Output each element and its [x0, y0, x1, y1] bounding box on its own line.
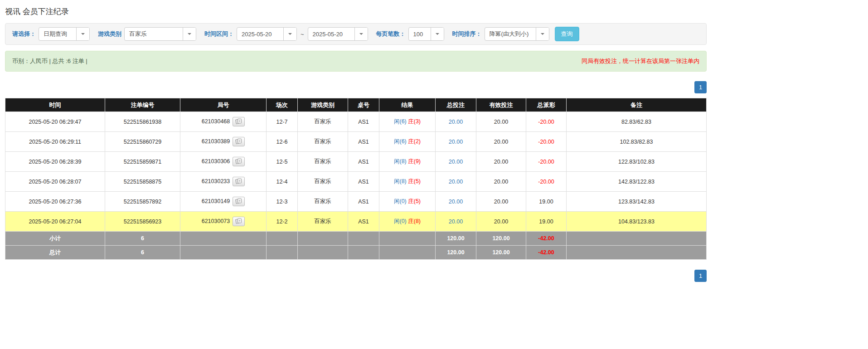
cell-bet-id: 522515859871 [105, 152, 180, 172]
view-round-button[interactable] [233, 117, 245, 126]
footer-label: 小计 [5, 232, 105, 246]
sort-label: 时间排序： [452, 30, 482, 38]
table-header-row: 时间注单编号局号场次游戏类别桌号结果总投注有效投注总派彩备注 [5, 98, 707, 112]
table-row: 2025-05-20 06:27:04522515856923621030073… [5, 212, 707, 232]
footer-count: 6 [105, 246, 180, 260]
cell-session: 12-2 [267, 212, 298, 232]
table-row: 2025-05-20 06:29:47522515861938621030468… [5, 112, 707, 132]
date-from-combobox[interactable]: 2025-05-20 [237, 27, 297, 41]
cell-time: 2025-05-20 06:28:39 [5, 152, 105, 172]
summary-bar: 币别：人民币 | 总共 :6 注单 | 同局有效投注，统一计算在该局第一张注单内 [5, 51, 707, 72]
round-id-text: 621030468 [202, 118, 230, 125]
cell-table-no: AS1 [348, 172, 379, 192]
column-header: 有效投注 [476, 98, 526, 112]
result-banker: 庄(3) [408, 118, 421, 125]
footer-payout: -42.00 [526, 232, 567, 246]
round-id-text: 621030306 [202, 158, 230, 165]
cell-session: 12-7 [267, 112, 298, 132]
footer-remark-empty [567, 232, 707, 246]
column-header: 备注 [567, 98, 707, 112]
view-round-button[interactable] [233, 177, 245, 186]
cell-bet-id: 522515861938 [105, 112, 180, 132]
view-round-button[interactable] [233, 197, 245, 206]
footer-empty-cell [348, 246, 379, 260]
view-round-button[interactable] [233, 137, 245, 146]
date-to-combobox[interactable]: 2025-05-20 [308, 27, 368, 41]
table-row: 2025-05-20 06:28:07522515858875621030233… [5, 172, 707, 192]
search-button[interactable]: 查询 [555, 27, 579, 41]
cell-valid-bet: 20.00 [476, 132, 526, 152]
summary-currency-count-text: 币别：人民币 | 总共 :6 注单 | [12, 57, 87, 65]
round-id-text: 621030149 [202, 198, 230, 204]
column-header: 注单编号 [105, 98, 180, 112]
cell-remark: 102.83/82.83 [567, 132, 707, 152]
page-size-combobox[interactable]: 100 [408, 27, 444, 41]
pagination-top: 1 [5, 81, 707, 93]
footer-empty-cell [180, 232, 267, 246]
total-bet-link[interactable]: 20.00 [449, 218, 463, 225]
total-row: 总计6120.00120.00-42.00 [5, 246, 707, 260]
game-type-dropdown-button[interactable] [183, 28, 196, 40]
cell-remark: 142.83/122.83 [567, 172, 707, 192]
footer-remark-empty [567, 246, 707, 260]
column-header: 结果 [379, 98, 436, 112]
total-bet-link[interactable]: 20.00 [449, 159, 463, 165]
page-1-button[interactable]: 1 [694, 81, 707, 93]
date-from-dropdown-button[interactable] [283, 28, 296, 40]
page-size-dropdown-button[interactable] [431, 28, 444, 40]
footer-empty-cell [267, 232, 298, 246]
round-id-text: 621030233 [202, 178, 230, 184]
table-row: 2025-05-20 06:28:39522515859871621030306… [5, 152, 707, 172]
cell-result: 闲(8) 庄(5) [379, 172, 436, 192]
cell-valid-bet: 20.00 [476, 112, 526, 132]
column-header: 桌号 [348, 98, 379, 112]
total-bet-link[interactable]: 20.00 [449, 119, 463, 125]
sort-dropdown-button[interactable] [536, 28, 549, 40]
subtotal-row: 小计6120.00120.00-42.00 [5, 232, 707, 246]
footer-empty-cell [298, 246, 348, 260]
cards-icon [235, 178, 242, 184]
game-type-combobox[interactable]: 百家乐 [124, 27, 196, 41]
date-to-dropdown-button[interactable] [354, 28, 368, 40]
cell-result: 闲(0) 庄(5) [379, 192, 436, 212]
page-container: 视讯 会员下注纪录 请选择： 日期查询 游戏类别 百家乐 时间区间： 2025-… [5, 0, 707, 291]
table-body: 2025-05-20 06:29:47522515861938621030468… [5, 112, 707, 232]
page-1-button-bottom[interactable]: 1 [694, 270, 707, 282]
cell-session: 12-5 [267, 152, 298, 172]
footer-total-bet: 120.00 [436, 232, 476, 246]
cell-game-type: 百家乐 [298, 212, 348, 232]
query-type-label: 请选择： [12, 30, 36, 38]
cell-round-id: 621030149 [180, 192, 267, 212]
cell-bet-id: 522515860729 [105, 132, 180, 152]
cell-time: 2025-05-20 06:28:07 [5, 172, 105, 192]
total-bet-link[interactable]: 20.00 [449, 179, 463, 185]
query-type-dropdown-button[interactable] [76, 28, 89, 40]
cell-table-no: AS1 [348, 112, 379, 132]
cell-result: 闲(8) 庄(9) [379, 152, 436, 172]
result-player: 闲(8) [394, 158, 407, 165]
cell-game-type: 百家乐 [298, 192, 348, 212]
view-round-button[interactable] [233, 217, 245, 226]
view-round-button[interactable] [233, 157, 245, 166]
column-header: 时间 [5, 98, 105, 112]
total-bet-link[interactable]: 20.00 [449, 199, 463, 205]
cell-result: 闲(6) 庄(2) [379, 132, 436, 152]
cell-payout: 19.00 [526, 192, 567, 212]
cell-game-type: 百家乐 [298, 112, 348, 132]
cell-round-id: 621030468 [180, 112, 267, 132]
cell-payout: -20.00 [526, 132, 567, 152]
cell-round-id: 621030073 [180, 212, 267, 232]
cell-remark: 123.83/142.83 [567, 192, 707, 212]
result-banker: 庄(9) [408, 158, 421, 165]
sort-combobox[interactable]: 降冪(由大到小) [485, 27, 549, 41]
chevron-down-icon [188, 33, 191, 35]
column-header: 总派彩 [526, 98, 567, 112]
cell-total-bet: 20.00 [436, 132, 476, 152]
cell-table-no: AS1 [348, 192, 379, 212]
cell-result: 闲(0) 庄(8) [379, 212, 436, 232]
query-type-value: 日期查询 [39, 28, 76, 40]
query-type-combobox[interactable]: 日期查询 [39, 27, 90, 41]
total-bet-link[interactable]: 20.00 [449, 139, 463, 145]
result-player: 闲(0) [394, 218, 407, 224]
game-type-value: 百家乐 [125, 28, 183, 40]
